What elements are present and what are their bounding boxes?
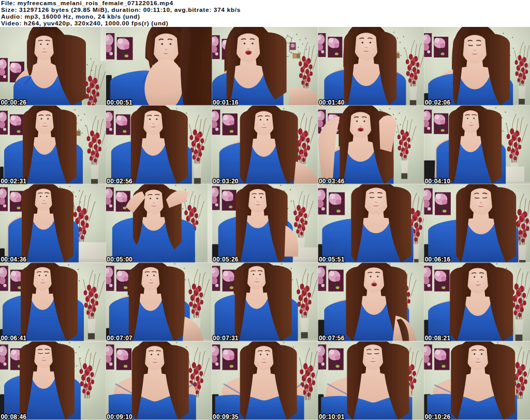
svg-text:00:10:01: 00:10:01	[319, 413, 345, 420]
svg-text:00:03:20: 00:03:20	[213, 178, 239, 185]
svg-text:00:01:40: 00:01:40	[319, 99, 345, 106]
svg-text:00:05:26: 00:05:26	[213, 256, 239, 263]
svg-text:00:04:10: 00:04:10	[425, 178, 451, 185]
svg-text:00:07:07: 00:07:07	[107, 335, 132, 342]
svg-text:00:00:51: 00:00:51	[107, 99, 132, 106]
svg-text:00:02:06: 00:02:06	[425, 99, 451, 106]
svg-text:00:05:00: 00:05:00	[107, 256, 132, 263]
svg-text:00:09:10: 00:09:10	[107, 413, 132, 420]
svg-text:00:04:36: 00:04:36	[1, 256, 27, 263]
svg-text:00:10:26: 00:10:26	[425, 413, 451, 420]
svg-text:00:08:21: 00:08:21	[425, 335, 451, 342]
svg-text:00:07:31: 00:07:31	[213, 335, 239, 342]
svg-text:00:08:46: 00:08:46	[1, 413, 27, 420]
svg-text:00:09:35: 00:09:35	[213, 413, 239, 420]
svg-text:00:02:31: 00:02:31	[1, 178, 27, 185]
svg-text:00:02:56: 00:02:56	[107, 178, 132, 185]
svg-text:00:07:56: 00:07:56	[319, 335, 345, 342]
svg-text:00:06:16: 00:06:16	[425, 256, 451, 263]
svg-text:00:00:26: 00:00:26	[1, 99, 27, 106]
svg-text:00:05:51: 00:05:51	[319, 256, 345, 263]
svg-text:00:03:46: 00:03:46	[319, 178, 345, 185]
svg-text:00:06:41: 00:06:41	[1, 335, 27, 342]
svg-text:00:01:16: 00:01:16	[213, 99, 239, 106]
